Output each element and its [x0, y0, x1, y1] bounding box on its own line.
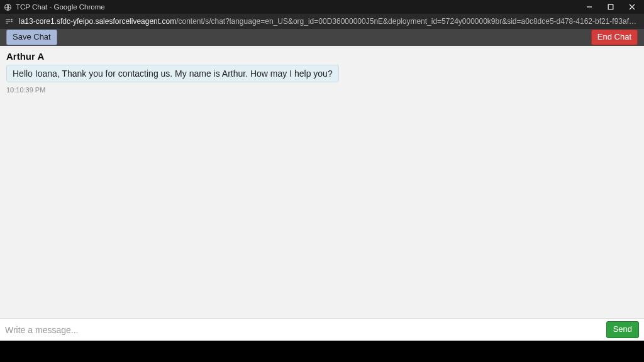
- globe-icon: [4, 3, 12, 11]
- url-path: /content/s/chat?language=en_US&org_id=00…: [176, 17, 640, 26]
- maximize-button[interactable]: [600, 0, 621, 14]
- agent-name: Arthur A: [6, 51, 638, 62]
- message-input[interactable]: [5, 325, 601, 335]
- address-bar[interactable]: la13-core1.sfdc-yfeipo.salesforceliveage…: [0, 14, 644, 29]
- svg-point-8: [11, 19, 12, 20]
- url-text: la13-core1.sfdc-yfeipo.salesforceliveage…: [19, 17, 640, 26]
- compose-bar: Send: [0, 318, 644, 341]
- svg-point-9: [11, 21, 12, 21]
- site-info-icon[interactable]: [4, 16, 14, 26]
- end-chat-button[interactable]: End Chat: [591, 30, 638, 45]
- bottom-strip: [0, 341, 644, 362]
- agent-message-bubble: Hello Ioana, Thank you for contacting us…: [6, 65, 339, 82]
- window-title: TCP Chat - Google Chrome: [16, 3, 105, 11]
- minimize-button[interactable]: [579, 0, 600, 14]
- url-host: la13-core1.sfdc-yfeipo.salesforceliveage…: [19, 17, 176, 26]
- message-timestamp: 10:10:39 PM: [6, 86, 638, 94]
- send-button[interactable]: Send: [606, 321, 639, 338]
- chat-action-bar: Save Chat End Chat: [0, 29, 644, 46]
- window-titlebar: TCP Chat - Google Chrome: [0, 0, 644, 14]
- save-chat-button[interactable]: Save Chat: [6, 30, 57, 45]
- svg-rect-2: [608, 4, 613, 9]
- chat-transcript: Arthur A Hello Ioana, Thank you for cont…: [0, 46, 644, 318]
- close-button[interactable]: [621, 0, 643, 14]
